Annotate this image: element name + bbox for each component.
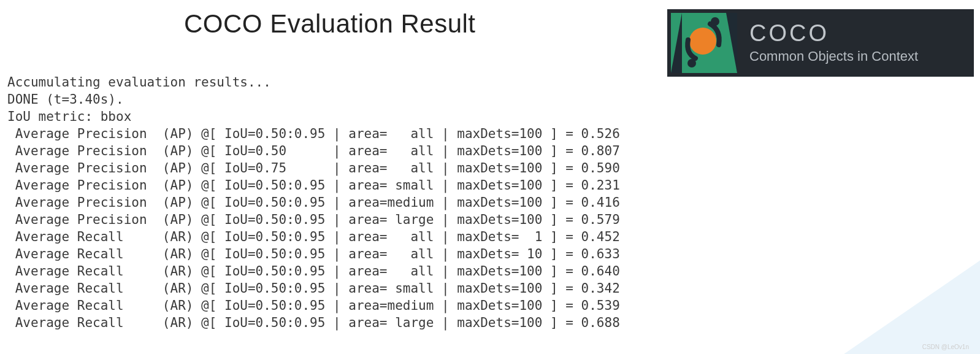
- decorative-triangle: [821, 250, 980, 354]
- evaluation-output: Accumulating evaluation results... DONE …: [7, 74, 620, 331]
- coco-logo: COCO Common Objects in Context: [667, 9, 974, 77]
- svg-point-2: [711, 17, 719, 26]
- coco-logo-tagline: Common Objects in Context: [749, 48, 918, 64]
- coco-logo-mark: [667, 9, 741, 77]
- coco-logo-text: COCO Common Objects in Context: [749, 21, 918, 64]
- svg-point-3: [687, 59, 696, 67]
- page-title: COCO Evaluation Result: [184, 9, 476, 39]
- watermark: CSDN @LeOv1n: [922, 344, 969, 350]
- coco-logo-brand: COCO: [749, 21, 918, 45]
- svg-point-1: [689, 28, 716, 55]
